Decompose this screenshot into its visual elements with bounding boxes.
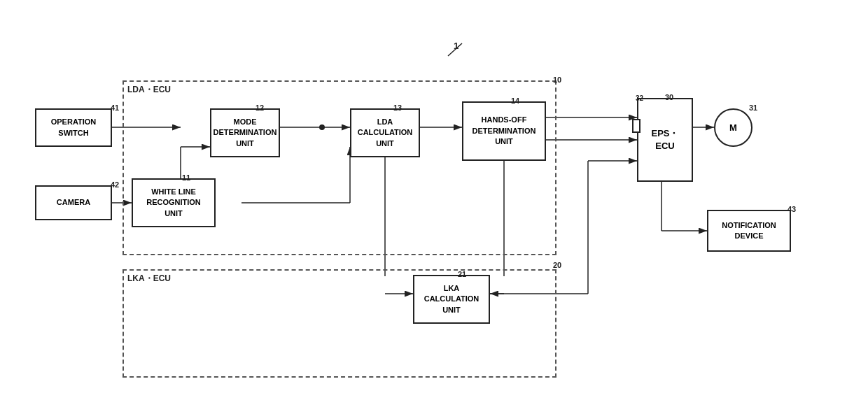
mode-det-box: MODE DETERMINATION UNIT [210, 108, 280, 157]
camera-id: 42 [111, 180, 119, 189]
operation-switch-label: OPERATION SWITCH [51, 117, 97, 138]
white-line-label: WHITE LINE RECOGNITION UNIT [146, 187, 201, 219]
mode-det-id: 12 [255, 103, 264, 112]
lka-ecu-id: 20 [553, 261, 561, 269]
eps-connector [632, 119, 640, 133]
camera-box: CAMERA [35, 185, 112, 220]
lda-calc-label: LDA CALCULATION UNIT [358, 117, 413, 149]
hands-off-box: HANDS-OFF DETERMINATION UNIT [462, 101, 546, 161]
lka-calc-label: LKA CALCULATION UNIT [424, 283, 479, 315]
notification-id: 43 [788, 205, 796, 213]
eps-connector-id: 32 [636, 94, 643, 102]
camera-label: CAMERA [57, 197, 90, 208]
lda-ecu-id: 10 [553, 76, 561, 84]
lda-ecu-label: LDA・ECU [127, 84, 171, 96]
operation-switch-box: OPERATION SWITCH [35, 108, 112, 147]
mode-det-label: MODE DETERMINATION UNIT [214, 117, 277, 149]
diagram: LDA・ECU 10 LKA・ECU 20 OPERATION SWITCH 4… [0, 0, 868, 400]
lda-calc-box: LDA CALCULATION UNIT [350, 108, 420, 157]
eps-ecu-id: 30 [665, 93, 673, 101]
white-line-id: 11 [182, 173, 190, 182]
notification-label: NOTIFICATION DEVICE [722, 220, 776, 242]
motor-box: M [714, 108, 752, 147]
lka-ecu-container [122, 269, 556, 378]
diagram-id: 1 [454, 41, 458, 51]
notification-box: NOTIFICATION DEVICE [707, 210, 791, 252]
operation-switch-id: 41 [111, 103, 119, 112]
eps-ecu-box: EPS・ ECU [637, 98, 693, 182]
lka-calc-id: 21 [458, 270, 466, 278]
lda-calc-id: 13 [393, 103, 402, 112]
white-line-box: WHITE LINE RECOGNITION UNIT [132, 178, 216, 227]
motor-id: 31 [749, 103, 757, 112]
lka-calc-box: LKA CALCULATION UNIT [413, 275, 490, 324]
hands-off-label: HANDS-OFF DETERMINATION UNIT [472, 115, 536, 147]
hands-off-id: 14 [511, 97, 519, 105]
motor-label: M [729, 122, 737, 133]
lka-ecu-label: LKA・ECU [127, 273, 171, 285]
eps-ecu-label: EPS・ ECU [651, 127, 678, 152]
